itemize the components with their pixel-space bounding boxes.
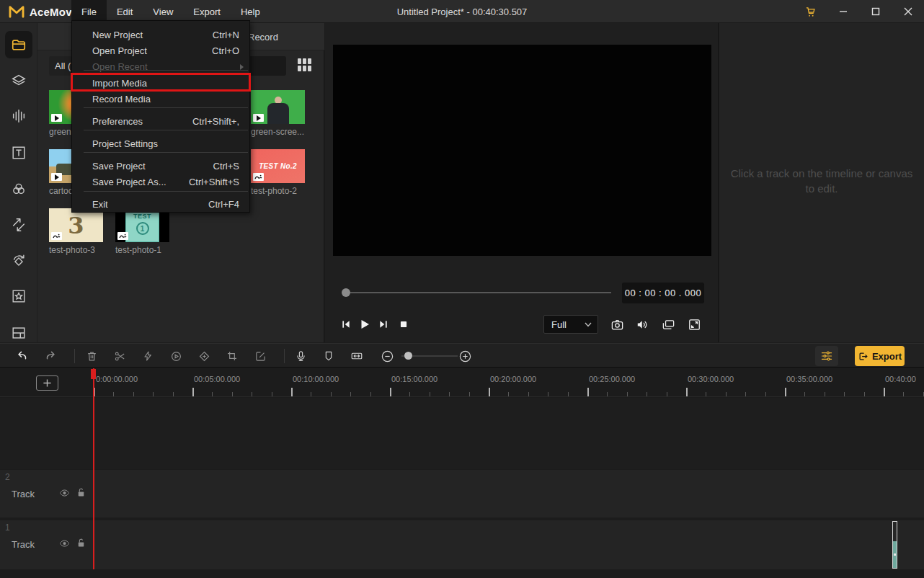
fit-timeline-icon[interactable]	[347, 346, 367, 366]
playhead-line[interactable]	[93, 368, 94, 569]
video-badge-icon	[51, 173, 62, 181]
track-name: Track	[12, 489, 35, 499]
left-sidebar	[0, 23, 37, 342]
zoom-slider-handle[interactable]	[404, 352, 412, 360]
snapshot-camera-icon[interactable]	[608, 315, 626, 334]
playhead-handle[interactable]	[91, 369, 96, 379]
previous-frame-icon[interactable]	[337, 315, 355, 334]
zoom-in-icon[interactable]	[455, 346, 475, 366]
time-display: 00 : 00 : 00 . 000	[622, 283, 704, 303]
tab-record[interactable]: Record	[248, 23, 278, 50]
edit-icon[interactable]	[250, 346, 270, 366]
play-reverse-icon[interactable]	[166, 346, 186, 366]
presenter-figure	[267, 97, 289, 124]
track-row-2[interactable]: 2 Track	[0, 470, 924, 517]
menu-item-exit[interactable]: ExitCtrl+F4	[72, 196, 249, 213]
adjustment-sliders-icon[interactable]	[815, 346, 838, 366]
photo-badge-icon	[117, 232, 128, 240]
timeline-empty-area[interactable]	[0, 398, 924, 469]
elements-layers-icon	[11, 73, 27, 89]
grid-view-icon[interactable]	[298, 58, 314, 74]
menu-separator	[84, 152, 248, 153]
add-track-button[interactable]	[36, 375, 58, 391]
thumb-overlay-text: TEST No.2	[259, 162, 297, 170]
video-badge-icon	[253, 114, 264, 122]
acemovi-app: AceMovi Untitled Project* - 00:40:30.507…	[0, 0, 924, 578]
split-screen-icon	[11, 325, 27, 341]
ruler-label: 00:35:00.000	[786, 375, 832, 383]
next-frame-icon[interactable]	[374, 315, 393, 334]
microphone-icon[interactable]	[290, 346, 311, 366]
stop-icon[interactable]	[394, 315, 413, 334]
menu-separator	[84, 107, 248, 108]
volume-icon[interactable]	[633, 315, 652, 334]
cart-icon[interactable]	[794, 0, 827, 23]
crop-icon[interactable]	[222, 346, 242, 366]
sidebar-item-effects[interactable]	[0, 280, 37, 312]
close-icon[interactable]	[892, 0, 924, 23]
media-thumb-test-photo-1[interactable]: TEST 1	[115, 208, 169, 242]
media-thumb-green-screen[interactable]	[251, 90, 305, 124]
preview-panel: 00 : 00 : 00 . 000 Full	[325, 23, 719, 342]
keyframe-icon[interactable]	[194, 346, 214, 366]
lock-icon[interactable]	[76, 487, 86, 498]
ruler-label: 0:00:00.000	[96, 375, 138, 383]
effects-star-icon	[11, 288, 27, 304]
menu-item-save-project-as[interactable]: Save Project As...Ctrl+Shift+S	[72, 174, 249, 190]
export-icon	[858, 351, 869, 362]
split-scissors-icon[interactable]	[110, 346, 130, 366]
media-label: test-photo-2	[251, 186, 311, 196]
app-name: AceMovi	[30, 6, 75, 18]
maximize-icon[interactable]	[859, 0, 892, 23]
ruler-label: 00:20:00.000	[490, 375, 536, 383]
sidebar-item-animations[interactable]	[0, 245, 37, 277]
media-thumb-test-photo-2[interactable]: TEST No.2	[251, 149, 305, 183]
marker-icon[interactable]	[319, 346, 339, 366]
fullscreen-icon[interactable]	[685, 315, 703, 334]
eye-icon[interactable]	[59, 489, 70, 497]
preview-zoom-select[interactable]: Full	[543, 315, 598, 334]
speed-icon[interactable]	[138, 346, 158, 366]
timeline-ruler[interactable]: 0:00:00.000 00:05:00.000 00:10:00.000 00…	[0, 368, 924, 397]
zoom-out-icon[interactable]	[377, 346, 397, 366]
menu-item-project-settings[interactable]: Project Settings	[72, 135, 249, 152]
timeline-clip[interactable]	[892, 521, 897, 569]
export-button[interactable]: Export	[855, 346, 905, 366]
play-icon[interactable]	[355, 315, 374, 334]
dual-screen-icon[interactable]	[659, 315, 678, 334]
sidebar-item-text[interactable]	[0, 137, 37, 169]
thumb-overlay-text: TEST	[133, 213, 151, 220]
menu-item-save-project[interactable]: Save ProjectCtrl+S	[72, 158, 249, 174]
undo-icon[interactable]	[12, 346, 32, 366]
minimize-icon[interactable]	[827, 0, 859, 23]
preview-canvas[interactable]	[333, 45, 711, 256]
media-label: green-scree...	[251, 127, 311, 137]
sidebar-item-elements[interactable]	[0, 65, 37, 97]
window-controls	[794, 0, 924, 23]
delete-icon[interactable]	[81, 346, 102, 366]
file-menu-dropdown: New ProjectCtrl+N Open ProjectCtrl+O Ope…	[71, 20, 250, 213]
redo-icon[interactable]	[40, 346, 61, 366]
eye-icon[interactable]	[59, 539, 70, 548]
menu-item-new-project[interactable]: New ProjectCtrl+N	[72, 27, 249, 43]
sidebar-item-audio[interactable]	[0, 100, 37, 132]
app-logo: AceMovi	[9, 0, 75, 23]
menu-item-open-project[interactable]: Open ProjectCtrl+O	[72, 43, 249, 59]
filters-circles-icon	[11, 181, 27, 197]
sidebar-item-transitions[interactable]	[0, 209, 37, 241]
seek-handle[interactable]	[342, 288, 350, 297]
track-name: Track	[12, 539, 35, 550]
ruler-label: 00:40:00	[885, 375, 916, 383]
media-thumb-test-photo-3[interactable]: 3	[49, 208, 103, 242]
ticket-graphic: TEST 1	[125, 208, 159, 242]
lock-icon[interactable]	[76, 538, 86, 548]
sidebar-item-media[interactable]	[0, 29, 37, 61]
text-icon	[11, 145, 27, 161]
track-row-1[interactable]: 1 Track	[0, 520, 924, 569]
seek-bar[interactable]	[350, 292, 611, 293]
sidebar-item-filters[interactable]	[0, 173, 37, 205]
chevron-down-icon	[585, 322, 592, 327]
preview-zoom-value: Full	[551, 319, 567, 330]
menu-item-record-media[interactable]: Record Media	[72, 91, 249, 107]
menu-item-preferences[interactable]: PreferencesCtrl+Shift+,	[72, 113, 249, 130]
